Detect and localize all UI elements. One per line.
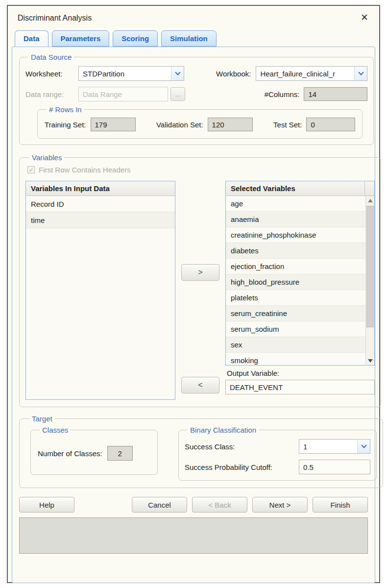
move-right-button[interactable]: > — [181, 264, 219, 281]
checkmark-icon: ✓ — [28, 167, 33, 173]
title-bar: Discriminant Analysis ✕ — [8, 6, 379, 30]
first-row-headers-checkbox[interactable]: ✓ — [27, 166, 35, 173]
dialog-title: Discriminant Analysis — [18, 14, 92, 23]
back-button[interactable]: < Back — [192, 497, 247, 513]
tab-panel-data: Data Source Worksheet: STDPartition Work… — [12, 47, 375, 583]
list-item[interactable]: ejection_fraction — [226, 259, 365, 274]
next-button[interactable]: Next > — [252, 497, 308, 513]
help-button[interactable]: Help — [19, 497, 74, 513]
tab-simulation[interactable]: Simulation — [161, 30, 217, 47]
tab-scoring[interactable]: Scoring — [113, 30, 158, 47]
worksheet-label: Worksheet: — [25, 70, 78, 78]
output-variable-input[interactable] — [225, 380, 375, 394]
rows-in-legend: # Rows In — [47, 105, 84, 114]
scroll-down-icon[interactable] — [366, 356, 374, 365]
chevron-down-icon — [358, 70, 363, 75]
output-variable-label: Output Variable: — [227, 369, 375, 377]
binary-classification-legend: Binary Classification — [188, 426, 259, 434]
input-variables-rows: Record IDtime — [26, 196, 175, 399]
classes-group: Classes Number of Classes: 2 — [30, 426, 158, 475]
target-legend: Target — [29, 415, 55, 423]
selected-variables-header: Selected Variables — [226, 181, 374, 196]
input-variables-listbox: Variables In Input Data Record IDtime — [25, 181, 175, 400]
data-source-legend: Data Source — [28, 53, 74, 61]
test-set-value: 0 — [306, 118, 355, 131]
rows-in-group: # Rows In Training Set: 179 Validation S… — [37, 105, 363, 139]
success-class-label: Success Class: — [185, 442, 299, 451]
list-item[interactable]: platelets — [226, 290, 365, 306]
data-range-label: Data range: — [25, 90, 78, 98]
list-item[interactable]: high_blood_pressure — [226, 274, 365, 290]
selected-variables-listbox: Selected Variables ageanaemiacreatinine_… — [225, 181, 375, 366]
list-item[interactable]: smoking — [226, 353, 365, 365]
binary-classification-group: Binary Classification Success Class: 1 — [178, 426, 377, 481]
workbook-dropdown[interactable]: Heart_failure_clinical_r — [256, 66, 367, 81]
worksheet-dropdown[interactable]: STDPartition — [78, 66, 184, 81]
data-source-group: Data Source Worksheet: STDPartition Work… — [19, 53, 374, 145]
variables-legend: Variables — [29, 153, 64, 162]
number-of-classes-label: Number of Classes: — [38, 449, 102, 458]
success-class-dropdown[interactable]: 1 — [299, 439, 370, 454]
workbook-label: Workbook: — [216, 70, 251, 78]
selected-variables-rows: ageanaemiacreatinine_phosphokinasediabet… — [226, 196, 365, 365]
target-group: Target Classes Number of Classes: 2 Bina… — [19, 415, 383, 488]
list-item[interactable]: age — [226, 196, 365, 212]
move-buttons-column: > < — [175, 181, 225, 400]
success-probability-cutoff-input[interactable] — [299, 460, 370, 474]
finish-button[interactable]: Finish — [313, 497, 368, 513]
tab-data[interactable]: Data — [15, 30, 48, 47]
validation-set-label: Validation Set: — [156, 121, 203, 129]
close-icon[interactable]: ✕ — [361, 13, 368, 23]
worksheet-value: STDPartition — [79, 67, 171, 80]
scrollbar-thumb[interactable] — [366, 206, 374, 327]
list-item[interactable]: anaemia — [226, 212, 365, 227]
columns-label: #Columns: — [265, 90, 300, 98]
list-item[interactable]: serum_sodium — [226, 321, 365, 337]
worksheet-dropdown-button[interactable] — [171, 67, 184, 80]
workbook-dropdown-button[interactable] — [354, 67, 367, 80]
list-item[interactable]: creatinine_phosphokinase — [226, 227, 365, 243]
success-class-value: 1 — [299, 440, 357, 453]
columns-value-field: 14 — [304, 87, 367, 101]
browse-range-button[interactable]: ... — [170, 87, 185, 101]
variables-group: Variables ✓ First Row Contains Headers V… — [19, 153, 381, 407]
list-item[interactable]: diabetes — [226, 243, 365, 259]
success-class-dropdown-button[interactable] — [357, 440, 370, 453]
list-item[interactable]: time — [26, 212, 175, 228]
chevron-down-icon — [175, 70, 180, 75]
scroll-up-icon[interactable] — [366, 196, 374, 205]
scrollbar-track[interactable] — [366, 328, 374, 356]
scrollbar[interactable] — [365, 196, 374, 365]
list-item[interactable]: serum_creatinine — [226, 306, 365, 321]
training-set-label: Training Set: — [45, 121, 86, 129]
classes-legend: Classes — [40, 426, 71, 434]
discriminant-analysis-dialog: Discriminant Analysis ✕ Data Parameters … — [7, 5, 380, 583]
workbook-value: Heart_failure_clinical_r — [256, 67, 354, 80]
cancel-button[interactable]: Cancel — [132, 497, 187, 513]
move-left-button[interactable]: < — [181, 377, 219, 393]
list-item[interactable]: Record ID — [26, 196, 175, 212]
success-probability-cutoff-label: Success Probability Cutoff: — [185, 463, 299, 471]
test-set-label: Test Set: — [273, 121, 302, 129]
training-set-value: 179 — [91, 118, 136, 131]
number-of-classes-value: 2 — [107, 446, 133, 461]
tab-parameters[interactable]: Parameters — [52, 30, 110, 47]
validation-set-value: 120 — [208, 118, 253, 131]
first-row-headers-label: First Row Contains Headers — [39, 166, 131, 174]
header-spacer-cell — [364, 181, 374, 196]
data-range-input[interactable] — [78, 87, 168, 101]
tab-strip: Data Parameters Scoring Simulation — [12, 30, 375, 47]
list-item[interactable]: sex — [226, 337, 365, 353]
footer-button-row: Help Cancel < Back Next > Finish — [19, 497, 368, 513]
input-variables-header: Variables In Input Data — [26, 181, 175, 196]
status-message-area — [19, 517, 368, 554]
chevron-down-icon — [361, 442, 366, 448]
